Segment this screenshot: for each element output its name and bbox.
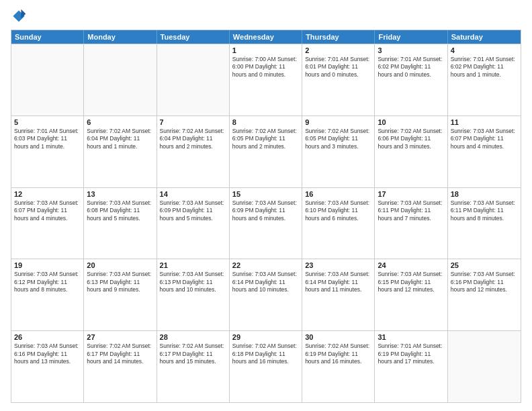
day-cell-22: 22Sunrise: 7:03 AM Sunset: 6:14 PM Dayli… [230,259,302,330]
calendar-week-3: 12Sunrise: 7:03 AM Sunset: 6:07 PM Dayli… [11,187,521,259]
weekday-header-tuesday: Tuesday [157,30,230,44]
day-number: 27 [87,333,153,341]
day-cell-14: 14Sunrise: 7:03 AM Sunset: 6:09 PM Dayli… [157,188,230,259]
day-cell-3: 3Sunrise: 7:01 AM Sunset: 6:02 PM Daylig… [375,44,447,116]
day-info: Sunrise: 7:02 AM Sunset: 6:19 PM Dayligh… [305,342,371,365]
day-cell-5: 5Sunrise: 7:01 AM Sunset: 6:03 PM Daylig… [11,116,84,187]
day-cell-12: 12Sunrise: 7:03 AM Sunset: 6:07 PM Dayli… [11,188,84,259]
day-cell-24: 24Sunrise: 7:03 AM Sunset: 6:15 PM Dayli… [375,259,447,330]
day-cell-28: 28Sunrise: 7:02 AM Sunset: 6:17 PM Dayli… [157,331,230,402]
day-number: 9 [305,118,371,126]
empty-cell [11,44,84,116]
day-cell-2: 2Sunrise: 7:01 AM Sunset: 6:01 PM Daylig… [302,44,375,116]
day-info: Sunrise: 7:00 AM Sunset: 6:00 PM Dayligh… [232,56,299,79]
day-cell-1: 1Sunrise: 7:00 AM Sunset: 6:00 PM Daylig… [230,44,302,116]
day-number: 28 [160,333,226,341]
day-info: Sunrise: 7:03 AM Sunset: 6:13 PM Dayligh… [87,271,153,293]
day-cell-18: 18Sunrise: 7:03 AM Sunset: 6:11 PM Dayli… [448,188,521,259]
day-cell-17: 17Sunrise: 7:03 AM Sunset: 6:11 PM Dayli… [375,188,447,259]
logo-icon [11,8,27,24]
day-cell-11: 11Sunrise: 7:03 AM Sunset: 6:07 PM Dayli… [448,116,521,187]
day-number: 25 [451,261,518,269]
weekday-header-friday: Friday [375,30,447,44]
day-number: 3 [378,46,444,54]
day-info: Sunrise: 7:02 AM Sunset: 6:17 PM Dayligh… [160,342,226,365]
day-number: 6 [87,118,153,126]
day-info: Sunrise: 7:03 AM Sunset: 6:11 PM Dayligh… [378,199,444,222]
day-info: Sunrise: 7:03 AM Sunset: 6:09 PM Dayligh… [160,199,226,222]
day-cell-8: 8Sunrise: 7:02 AM Sunset: 6:05 PM Daylig… [230,116,302,187]
day-cell-16: 16Sunrise: 7:03 AM Sunset: 6:10 PM Dayli… [302,188,375,259]
day-info: Sunrise: 7:03 AM Sunset: 6:07 PM Dayligh… [451,128,518,150]
day-info: Sunrise: 7:02 AM Sunset: 6:05 PM Dayligh… [232,128,299,150]
day-number: 26 [14,333,81,341]
day-info: Sunrise: 7:03 AM Sunset: 6:15 PM Dayligh… [378,271,444,293]
day-number: 13 [87,190,153,198]
day-cell-4: 4Sunrise: 7:01 AM Sunset: 6:02 PM Daylig… [448,44,521,116]
day-info: Sunrise: 7:01 AM Sunset: 6:19 PM Dayligh… [378,342,444,365]
day-number: 20 [87,261,153,269]
day-cell-31: 31Sunrise: 7:01 AM Sunset: 6:19 PM Dayli… [375,331,447,402]
empty-cell [448,331,521,402]
day-info: Sunrise: 7:01 AM Sunset: 6:02 PM Dayligh… [451,56,518,79]
empty-cell [84,44,157,116]
day-info: Sunrise: 7:02 AM Sunset: 6:05 PM Dayligh… [305,128,371,150]
day-cell-23: 23Sunrise: 7:03 AM Sunset: 6:14 PM Dayli… [302,259,375,330]
day-number: 30 [305,333,371,341]
weekday-header-thursday: Thursday [302,30,375,44]
day-number: 1 [232,46,299,54]
day-info: Sunrise: 7:03 AM Sunset: 6:16 PM Dayligh… [14,342,81,365]
day-info: Sunrise: 7:02 AM Sunset: 6:18 PM Dayligh… [232,342,299,365]
day-cell-21: 21Sunrise: 7:03 AM Sunset: 6:13 PM Dayli… [157,259,230,330]
day-number: 12 [14,190,81,198]
weekday-header-monday: Monday [84,30,157,44]
day-number: 17 [378,190,444,198]
day-info: Sunrise: 7:01 AM Sunset: 6:02 PM Dayligh… [378,56,444,79]
day-info: Sunrise: 7:03 AM Sunset: 6:16 PM Dayligh… [451,271,518,293]
day-number: 16 [305,190,371,198]
calendar-week-2: 5Sunrise: 7:01 AM Sunset: 6:03 PM Daylig… [11,116,521,187]
day-info: Sunrise: 7:02 AM Sunset: 6:17 PM Dayligh… [87,342,153,365]
calendar-week-1: 1Sunrise: 7:00 AM Sunset: 6:00 PM Daylig… [11,44,521,116]
day-number: 21 [160,261,226,269]
day-info: Sunrise: 7:02 AM Sunset: 6:06 PM Dayligh… [378,128,444,150]
day-number: 5 [14,118,81,126]
weekday-header-saturday: Saturday [448,30,521,44]
day-cell-6: 6Sunrise: 7:02 AM Sunset: 6:04 PM Daylig… [84,116,157,187]
calendar-body: 1Sunrise: 7:00 AM Sunset: 6:00 PM Daylig… [11,44,521,402]
day-number: 10 [378,118,444,126]
day-number: 23 [305,261,371,269]
logo [11,8,30,24]
page-header [11,8,521,24]
day-info: Sunrise: 7:03 AM Sunset: 6:14 PM Dayligh… [232,271,299,293]
day-number: 8 [232,118,299,126]
day-info: Sunrise: 7:03 AM Sunset: 6:10 PM Dayligh… [305,199,371,222]
day-number: 15 [232,190,299,198]
day-info: Sunrise: 7:02 AM Sunset: 6:04 PM Dayligh… [160,128,226,150]
empty-cell [157,44,230,116]
day-number: 29 [232,333,299,341]
day-cell-27: 27Sunrise: 7:02 AM Sunset: 6:17 PM Dayli… [84,331,157,402]
day-info: Sunrise: 7:03 AM Sunset: 6:14 PM Dayligh… [305,271,371,293]
day-info: Sunrise: 7:03 AM Sunset: 6:13 PM Dayligh… [160,271,226,293]
day-cell-20: 20Sunrise: 7:03 AM Sunset: 6:13 PM Dayli… [84,259,157,330]
weekday-header-wednesday: Wednesday [230,30,302,44]
day-cell-13: 13Sunrise: 7:03 AM Sunset: 6:08 PM Dayli… [84,188,157,259]
day-number: 24 [378,261,444,269]
day-info: Sunrise: 7:02 AM Sunset: 6:04 PM Dayligh… [87,128,153,150]
day-number: 18 [451,190,518,198]
day-cell-30: 30Sunrise: 7:02 AM Sunset: 6:19 PM Dayli… [302,331,375,402]
day-number: 7 [160,118,226,126]
day-number: 4 [451,46,518,54]
day-cell-25: 25Sunrise: 7:03 AM Sunset: 6:16 PM Dayli… [448,259,521,330]
calendar: SundayMondayTuesdayWednesdayThursdayFrid… [11,30,521,403]
day-cell-10: 10Sunrise: 7:02 AM Sunset: 6:06 PM Dayli… [375,116,447,187]
day-number: 31 [378,333,444,341]
day-cell-26: 26Sunrise: 7:03 AM Sunset: 6:16 PM Dayli… [11,331,84,402]
day-cell-29: 29Sunrise: 7:02 AM Sunset: 6:18 PM Dayli… [230,331,302,402]
day-number: 19 [14,261,81,269]
day-info: Sunrise: 7:01 AM Sunset: 6:01 PM Dayligh… [305,56,371,79]
day-cell-15: 15Sunrise: 7:03 AM Sunset: 6:09 PM Dayli… [230,188,302,259]
calendar-header-row: SundayMondayTuesdayWednesdayThursdayFrid… [11,30,521,44]
day-info: Sunrise: 7:03 AM Sunset: 6:12 PM Dayligh… [14,271,81,293]
